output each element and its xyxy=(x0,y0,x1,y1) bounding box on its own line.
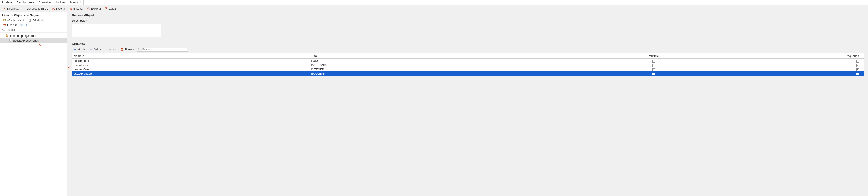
checkbox-required[interactable] xyxy=(857,72,859,75)
cell-name[interactable]: estaAprobado xyxy=(72,71,309,76)
checkbox-required[interactable] xyxy=(857,60,859,63)
table-row[interactable]: numeroDiasINTEGER xyxy=(72,67,864,71)
svg-rect-4 xyxy=(29,20,31,22)
tree-package-label: com.company.model xyxy=(9,34,36,37)
clean-deploy-button[interactable]: Despliegue limpio xyxy=(22,7,50,11)
cell-type[interactable]: LONG xyxy=(309,59,586,63)
table-row[interactable]: fechaInicioDATE ONLY xyxy=(72,63,864,67)
col-type[interactable]: Tipo xyxy=(309,53,586,59)
tree-object-label: SolicitudVacaciones xyxy=(13,39,39,42)
export-label: Exportar xyxy=(56,7,66,10)
left-panel-toolbar: Añadir paquete Añadir objeto Eliminar xyxy=(0,18,67,28)
arrow-up-icon xyxy=(90,48,93,51)
expand-all-button[interactable] xyxy=(19,23,24,27)
collapse-all-button[interactable] xyxy=(25,23,31,27)
tab-modelo[interactable]: Modelo xyxy=(0,0,14,5)
cell-required[interactable] xyxy=(721,67,864,71)
add-package-button[interactable]: Añadir paquete xyxy=(2,19,27,23)
chevron-down-icon xyxy=(2,34,4,37)
description-label: Descripción xyxy=(72,19,864,22)
svg-point-11 xyxy=(139,48,140,50)
right-panel: BusinessObject Descripción Atributos Aña… xyxy=(67,12,868,196)
checkbox-multiple[interactable] xyxy=(652,68,655,71)
validate-button[interactable]: Validar xyxy=(103,7,118,11)
cell-type[interactable]: DATE ONLY xyxy=(309,63,586,67)
tree-object-row[interactable]: SolicitudVacaciones xyxy=(0,38,67,43)
svg-rect-1 xyxy=(105,7,107,10)
col-multiple[interactable]: Múltiple xyxy=(587,53,721,59)
callout-b: B xyxy=(67,64,71,69)
import-label: Importar xyxy=(73,7,84,10)
tab-consultas[interactable]: Consultas xyxy=(36,0,54,5)
left-panel-title: Lista de Objetos de Negocio xyxy=(0,12,67,18)
main-layout: Lista de Objetos de Negocio Añadir paque… xyxy=(0,12,868,196)
deploy-label: Desplegar xyxy=(7,7,20,10)
table-row[interactable]: solicitanteIdLONG xyxy=(72,59,864,63)
attr-delete-label: Eliminar xyxy=(124,48,134,51)
attributes-toolbar: Añadir Arriba Abajo Eliminar xyxy=(72,47,864,52)
attr-down-button[interactable]: Abajo xyxy=(104,47,118,52)
description-textarea[interactable] xyxy=(72,24,161,37)
object-tree: com.company.model SolicitudVacaciones xyxy=(0,33,67,44)
attr-delete-button[interactable]: Eliminar xyxy=(119,47,135,52)
checkbox-multiple[interactable] xyxy=(652,72,655,75)
attr-add-label: Añadir xyxy=(77,48,85,51)
trash-icon xyxy=(120,48,124,51)
col-required[interactable]: Requerido xyxy=(721,53,864,59)
cell-multiple[interactable] xyxy=(587,67,721,71)
import-button[interactable]: Importar xyxy=(68,7,85,11)
left-search-input[interactable] xyxy=(7,28,65,31)
import-icon xyxy=(69,7,72,10)
clean-deploy-label: Despliegue limpio xyxy=(27,7,48,10)
deploy-icon xyxy=(3,7,6,10)
check-icon xyxy=(104,7,108,10)
tabs-bar: ModeloRestriccionesConsultasÍndicesbom.x… xyxy=(0,0,868,5)
delete-button[interactable]: Eliminar xyxy=(2,23,18,27)
attr-up-button[interactable]: Arriba xyxy=(88,47,102,52)
cell-required[interactable] xyxy=(721,59,864,63)
tab-bom-xml[interactable]: bom.xml xyxy=(68,0,84,5)
checkbox-multiple[interactable] xyxy=(652,60,655,63)
cell-multiple[interactable] xyxy=(587,59,721,63)
col-name[interactable]: Nombre xyxy=(72,53,309,59)
add-package-label: Añadir paquete xyxy=(7,19,25,22)
cell-multiple[interactable] xyxy=(587,71,721,76)
cell-name[interactable]: numeroDias xyxy=(72,67,309,71)
cell-name[interactable]: fechaInicio xyxy=(72,63,309,67)
attr-search-wrap xyxy=(137,47,188,52)
table-row[interactable]: estaAprobadoBOOLEAN xyxy=(72,71,864,76)
tab-restricciones[interactable]: Restricciones xyxy=(14,0,36,5)
validate-label: Validar xyxy=(108,7,117,10)
cell-type[interactable]: BOOLEAN xyxy=(309,71,586,76)
checkbox-multiple[interactable] xyxy=(652,64,655,67)
attr-search-input[interactable] xyxy=(142,48,187,51)
business-object-header: BusinessObject xyxy=(72,13,864,17)
tree-package-row[interactable]: com.company.model xyxy=(0,33,67,38)
export-button[interactable]: Exportar xyxy=(50,7,67,11)
left-panel: Lista de Objetos de Negocio Añadir paque… xyxy=(0,12,67,196)
cell-name[interactable]: solicitanteId xyxy=(72,59,309,63)
attr-up-label: Arriba xyxy=(94,48,101,51)
attributes-label: Atributos xyxy=(72,42,864,45)
attr-add-button[interactable]: Añadir xyxy=(72,47,87,52)
collapse-icon xyxy=(26,24,29,27)
add-object-button[interactable]: Añadir objeto xyxy=(27,19,50,23)
cell-multiple[interactable] xyxy=(587,63,721,67)
plus-icon xyxy=(73,48,76,51)
cell-type[interactable]: INTEGER xyxy=(309,67,586,71)
checkbox-required[interactable] xyxy=(857,68,859,71)
explore-label: Explorar xyxy=(91,7,101,10)
explore-button[interactable]: Explorar xyxy=(86,7,102,11)
cell-required[interactable] xyxy=(721,71,864,76)
svg-point-0 xyxy=(87,7,89,9)
file-plus-icon xyxy=(28,19,31,22)
svg-point-7 xyxy=(3,29,4,30)
table-header-row: Nombre Tipo Múltiple Requerido xyxy=(72,53,864,59)
checkbox-required[interactable] xyxy=(857,64,859,67)
cell-required[interactable] xyxy=(721,63,864,67)
deploy-button[interactable]: Desplegar xyxy=(2,7,21,11)
tab--ndices[interactable]: Índices xyxy=(54,0,68,5)
svg-rect-9 xyxy=(6,35,7,35)
delete-label: Eliminar xyxy=(7,24,17,27)
attributes-table: Nombre Tipo Múltiple Requerido solicitan… xyxy=(72,53,864,76)
